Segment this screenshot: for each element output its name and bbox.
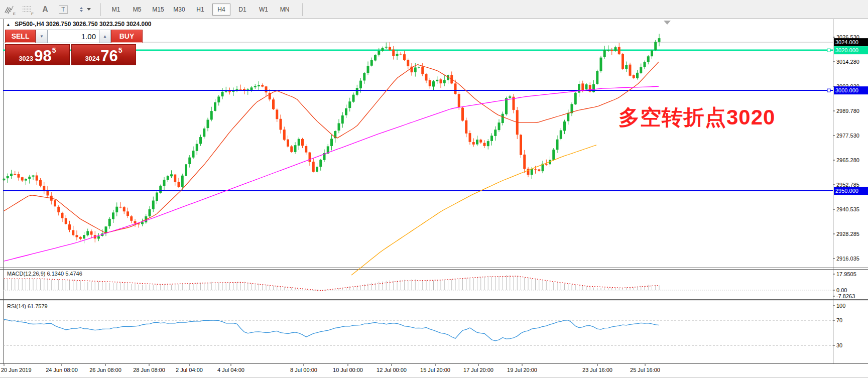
chart-shift-marker-icon[interactable] [664,21,671,25]
price-axis-label: 2965.280 [836,157,859,163]
buy-price-big: 76 [100,49,117,64]
rsi-axis-label: 30 [836,342,842,348]
rsi-indicator-label: RSI(14) 61.7579 [7,303,48,309]
sell-button[interactable]: SELL [5,30,36,43]
one-click-trade-panel: SELL ▼ ▲ BUY 3023 98 5 3024 76 5 [5,30,143,65]
volume-input[interactable] [48,30,99,43]
hline-handle[interactable] [827,89,830,92]
time-axis-label: 28 Jun 08:00 [133,367,165,373]
price-axis-label: 3014.280 [836,59,859,65]
buy-button[interactable]: BUY [111,30,143,43]
collapse-panel-arrow-icon[interactable]: ▲ [6,22,11,27]
time-axis-label: 19 Jul 20:00 [507,367,537,373]
macd-axis-label: 17.9505 [836,271,856,277]
time-axis-label: 10 Jul 00:00 [333,367,363,373]
price-tag-label: 3020.000 [835,47,858,53]
time-axis-label: 17 Jul 20:00 [463,367,493,373]
macd-axis-label: 0.00 [836,287,847,293]
time-axis-label: 25 Jul 16:00 [630,367,660,373]
ma-slow-orange [351,145,596,275]
macd-indicator-label: MACD(12,26,9) 6.1340 5.4746 [7,271,82,277]
price-axis-label: 2940.535 [836,206,859,212]
price-axis-label: 2928.285 [836,231,859,237]
rsi-axis-label: 100 [836,303,845,309]
macd-pane: 17.95050.00-7.8263 [3,271,856,299]
sell-price-small: 3023 [19,55,33,62]
buy-price-box[interactable]: 3024 76 5 [71,44,136,65]
price-tag-label: 3024.000 [835,39,858,45]
hline-handle[interactable] [827,49,830,52]
time-axis: 20 Jun 201924 Jun 08:0026 Jun 08:0028 Ju… [1,364,660,373]
price-axis-label: 2977.530 [836,133,859,139]
symbol-period-label: SP500-,H4 [15,21,44,28]
time-axis-label: 26 Jun 08:00 [89,367,121,373]
volume-decrease-button[interactable]: ▼ [36,30,48,43]
time-axis-label: 12 Jul 00:00 [377,367,407,373]
price-tag-label: 3000.000 [835,87,858,93]
rsi-line [4,319,659,341]
price-axis-label: 2916.035 [836,256,859,262]
time-axis-label: 23 Jul 16:00 [582,367,612,373]
time-axis-label: 2 Jul 04:00 [176,367,203,373]
rsi-axis-label: 70 [836,317,842,323]
ohlc-values: 3026.750 3026.750 3023.250 3024.000 [46,21,151,28]
sell-price-big: 98 [34,49,51,64]
chart-title: ▲ SP500-,H4 3026.750 3026.750 3023.250 3… [6,21,152,28]
volume-increase-button[interactable]: ▲ [99,30,111,43]
buy-price-sup: 5 [118,46,122,54]
sell-price-box[interactable]: 3023 98 5 [5,44,70,65]
price-axis-label: 2989.780 [836,108,859,114]
time-axis-label: 24 Jun 08:00 [46,367,78,373]
time-axis-label: 20 Jun 2019 [1,367,32,373]
price-tag-label: 2950.000 [835,188,858,194]
trading-terminal-window: E F A T M1M5M15M30H1H4D1W1MN ▲ SP500-,H4 [0,0,868,378]
sell-price-sup: 5 [52,46,56,54]
macd-axis-label: -7.8263 [836,293,855,299]
time-axis-label: 4 Jul 04:00 [217,367,244,373]
rsi-pane: 1007030 [3,303,845,348]
time-axis-label: 15 Jul 20:00 [420,367,450,373]
chart-text-annotation[interactable]: 多空转折点3020 [618,103,775,132]
buy-price-small: 3024 [85,55,99,62]
time-axis-label: 8 Jul 00:00 [290,367,317,373]
